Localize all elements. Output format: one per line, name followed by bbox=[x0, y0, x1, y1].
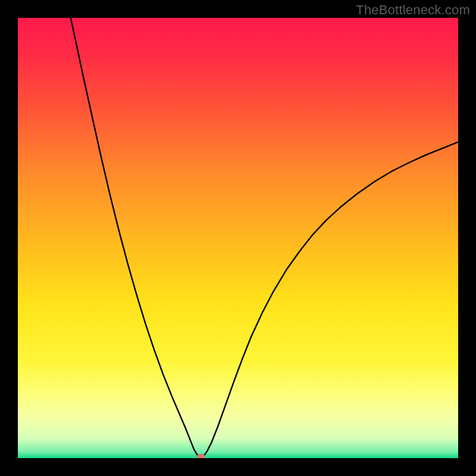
chart-frame: { "watermark": "TheBottleneck.com", "cha… bbox=[0, 0, 476, 476]
bottleneck-chart bbox=[18, 18, 458, 458]
plot-area bbox=[18, 18, 458, 458]
gradient-background bbox=[18, 18, 458, 458]
watermark-text: TheBottleneck.com bbox=[356, 2, 470, 18]
